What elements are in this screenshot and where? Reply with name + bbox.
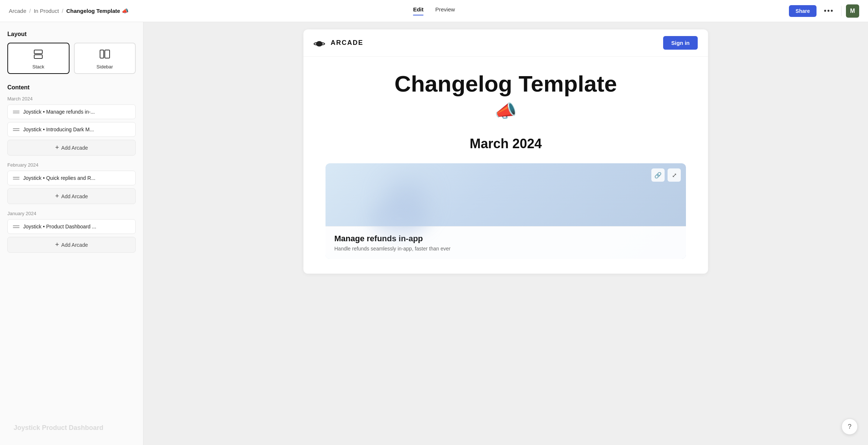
svg-rect-1 xyxy=(34,55,42,58)
nav-right: Share ••• M xyxy=(789,4,859,18)
bg-blob xyxy=(370,200,428,237)
list-item[interactable]: Joystick • Manage refunds in-... xyxy=(7,104,136,119)
nav-tabs: Edit Preview xyxy=(413,6,455,15)
expand-icon: ⤢ xyxy=(672,172,677,179)
layout-title: Layout xyxy=(7,31,136,38)
tab-edit[interactable]: Edit xyxy=(413,6,423,15)
changelog-icon: 📣 xyxy=(326,101,686,121)
nav-divider xyxy=(841,6,842,16)
list-item[interactable]: Joystick • Introducing Dark M... xyxy=(7,122,136,137)
stack-icon xyxy=(33,49,44,62)
link-icon: 🔗 xyxy=(654,172,662,179)
drag-handle xyxy=(13,128,19,131)
arcade-logo-icon xyxy=(314,39,327,47)
arcade-embed: 🔗 ⤢ Manage refunds in-app Handle refunds… xyxy=(326,163,686,259)
list-item[interactable]: Joystick • Product Dashboard ... xyxy=(7,219,136,234)
preview-header: ARCADE Sign in xyxy=(303,29,708,57)
layout-options: Stack Sidebar xyxy=(7,43,136,74)
embed-description: Handle refunds seamlessly in-app, faster… xyxy=(334,246,677,252)
embed-link-button[interactable]: 🔗 xyxy=(651,168,665,182)
add-arcade-button-march[interactable]: + Add Arcade xyxy=(7,140,136,156)
plus-icon: + xyxy=(55,144,59,152)
arcade-logo-text: ARCADE xyxy=(331,39,363,47)
breadcrumb-current: Changelog Template 📣 xyxy=(66,8,129,14)
layout-stack[interactable]: Stack xyxy=(7,43,70,74)
embed-title: Manage refunds in-app xyxy=(334,234,677,243)
plus-icon: + xyxy=(55,192,59,200)
preview-card: ARCADE Sign in Changelog Template 📣 Marc… xyxy=(303,29,708,274)
breadcrumb-root[interactable]: Arcade xyxy=(9,8,26,14)
group-label-february: February 2024 xyxy=(7,162,136,168)
content-title: Content xyxy=(7,84,136,91)
embed-expand-button[interactable]: ⤢ xyxy=(668,168,681,182)
preview-content: Changelog Template 📣 March 2024 🔗 ⤢ xyxy=(303,57,708,274)
share-button[interactable]: Share xyxy=(789,5,817,17)
arcade-logo: ARCADE xyxy=(314,39,363,47)
bottom-label: Joystick Product Dashboard xyxy=(14,424,103,432)
add-arcade-button-january[interactable]: + Add Arcade xyxy=(7,237,136,253)
preview-area: ARCADE Sign in Changelog Template 📣 Marc… xyxy=(143,22,868,445)
svg-point-4 xyxy=(316,41,323,46)
breadcrumb: Arcade / In Product / Changelog Template… xyxy=(9,8,129,14)
sidebar-icon xyxy=(99,49,110,62)
group-label-march: March 2024 xyxy=(7,96,136,102)
svg-rect-3 xyxy=(105,50,110,58)
group-label-january: January 2024 xyxy=(7,211,136,216)
breadcrumb-parent[interactable]: In Product xyxy=(34,8,59,14)
list-item[interactable]: Joystick • Quick replies and R... xyxy=(7,171,136,185)
svg-rect-0 xyxy=(34,50,42,54)
drag-handle xyxy=(13,225,19,228)
layout-sidebar-label: Sidebar xyxy=(96,64,113,70)
drag-handle xyxy=(13,111,19,113)
svg-rect-2 xyxy=(100,50,104,58)
add-arcade-button-february[interactable]: + Add Arcade xyxy=(7,188,136,204)
top-nav: Arcade / In Product / Changelog Template… xyxy=(0,0,868,22)
breadcrumb-sep1: / xyxy=(29,8,31,14)
embed-actions: 🔗 ⤢ xyxy=(651,168,681,182)
month-title: March 2024 xyxy=(326,136,686,152)
breadcrumb-sep2: / xyxy=(62,8,63,14)
signin-button[interactable]: Sign in xyxy=(663,36,698,50)
tab-preview[interactable]: Preview xyxy=(435,6,455,15)
drag-handle xyxy=(13,177,19,179)
avatar[interactable]: M xyxy=(846,4,859,18)
layout-sidebar[interactable]: Sidebar xyxy=(74,43,136,74)
plus-icon: + xyxy=(55,241,59,249)
left-sidebar: Layout Stack Sidebar xyxy=(0,22,143,445)
layout-stack-label: Stack xyxy=(32,64,45,70)
changelog-title: Changelog Template xyxy=(326,71,686,96)
help-button[interactable]: ? xyxy=(842,419,858,435)
more-button[interactable]: ••• xyxy=(821,5,837,17)
main-area: Layout Stack Sidebar xyxy=(0,22,868,445)
